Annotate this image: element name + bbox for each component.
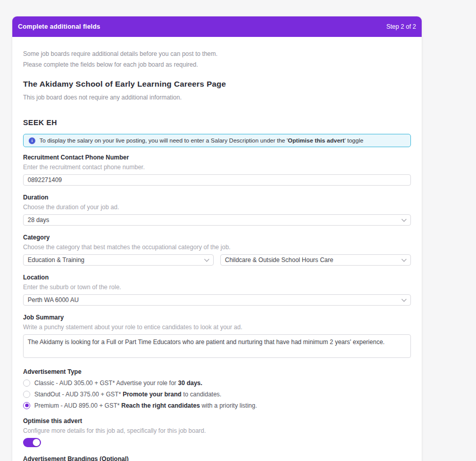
chevron-down-icon [402, 297, 407, 302]
ad-type-option-classic-label: Classic - AUD 305.00 + GST* Advertise yo… [34, 379, 202, 387]
duration-select-value: 28 days [28, 216, 49, 224]
duration-label: Duration [23, 194, 411, 201]
ad-type-option-premium[interactable]: Premium - AUD 895.00 + GST* Reach the ri… [23, 402, 411, 409]
category-label: Category [23, 234, 411, 241]
toggle-knob [33, 439, 40, 446]
radio-button[interactable] [23, 391, 30, 398]
optimise-label: Optimise this advert [23, 417, 411, 425]
step-content: Some job boards require additional detai… [12, 37, 422, 461]
duration-select[interactable]: 28 days [23, 214, 411, 226]
phone-input[interactable] [23, 174, 411, 186]
step-header-title: Complete additional fields [18, 23, 100, 30]
location-label: Location [23, 274, 411, 281]
careers-board-note: This job board does not require any addi… [23, 94, 411, 101]
category-primary-select[interactable]: Education & Training [23, 254, 214, 266]
chevron-down-icon [402, 217, 407, 222]
ad-type-option-standout-label: StandOut - AUD 375.00 + GST* Promote you… [34, 391, 221, 398]
chevron-down-icon [402, 257, 407, 262]
seek-board-title: SEEK EH [23, 118, 411, 127]
ad-type-label: Advertisement Type [23, 368, 411, 375]
brandings-label: Advertisement Brandings (Optional) [23, 455, 411, 461]
location-desc: Enter the suburb or town of the role. [23, 284, 411, 291]
ad-type-option-standout[interactable]: StandOut - AUD 375.00 + GST* Promote you… [23, 390, 411, 398]
phone-desc: Enter the recruitment contact phone numb… [23, 164, 411, 171]
phone-label: Recruitment Contact Phone Number [23, 154, 411, 161]
location-select-value: Perth WA 6000 AU [28, 296, 79, 304]
ad-type-option-premium-label: Premium - AUD 895.00 + GST* Reach the ri… [34, 402, 257, 409]
category-secondary-value: Childcare & Outside School Hours Care [225, 256, 333, 264]
optimise-desc: Configure more details for this job ad, … [23, 427, 411, 434]
job-summary-desc: Write a punchy statement about your role… [23, 324, 411, 331]
radio-button[interactable] [23, 379, 30, 387]
category-select-row: Education & Training Childcare & Outside… [23, 251, 411, 266]
salary-info-text: To display the salary on your live posti… [39, 137, 363, 144]
category-primary-value: Education & Training [28, 256, 85, 264]
radio-button[interactable] [23, 402, 30, 409]
job-summary-label: Job Summary [23, 314, 411, 321]
step-indicator: Step 2 of 2 [386, 23, 416, 30]
careers-board-title: The Akidamy School of Early Learning Car… [23, 79, 411, 89]
ad-type-option-classic[interactable]: Classic - AUD 305.00 + GST* Advertise yo… [23, 379, 411, 387]
category-secondary-select[interactable]: Childcare & Outside School Hours Care [220, 254, 411, 266]
category-desc: Choose the category that best matches th… [23, 244, 411, 251]
salary-info-banner: i To display the salary on your live pos… [23, 134, 411, 147]
location-select[interactable]: Perth WA 6000 AU [23, 294, 411, 306]
intro-line-1: Some job boards require additional detai… [23, 49, 411, 59]
intro-line-2: Please complete the fields below for eac… [23, 59, 411, 70]
duration-desc: Choose the duration of your job ad. [23, 204, 411, 211]
info-icon: i [29, 137, 35, 144]
job-summary-textarea[interactable]: The Akidamy is looking for a Full or Par… [23, 334, 411, 358]
post-job-step-card: Complete additional fields Step 2 of 2 S… [12, 16, 422, 461]
optimise-toggle[interactable] [23, 438, 41, 447]
chevron-down-icon [204, 257, 210, 262]
step-header: Complete additional fields Step 2 of 2 [12, 16, 422, 37]
